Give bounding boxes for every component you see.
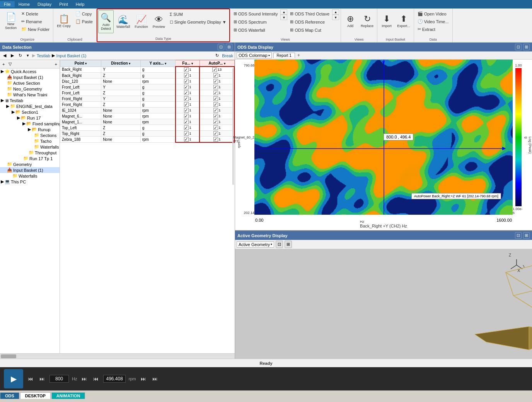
geo-float-icon[interactable]: ⊞: [523, 232, 530, 239]
col-header-autopower[interactable]: AutoP... ▾: [200, 60, 234, 67]
function-cell[interactable]: ✓ 1: [176, 137, 200, 143]
checkbox[interactable]: ✓: [213, 91, 218, 95]
geo-fit-button[interactable]: ⊡: [276, 241, 283, 248]
checkbox[interactable]: ✓: [184, 96, 189, 101]
checkbox[interactable]: ✓: [184, 114, 189, 118]
function-button[interactable]: 📈 Function: [133, 10, 150, 33]
tree-node-input-basket2[interactable]: 📥 Input Basket (1): [0, 167, 60, 173]
function-cell[interactable]: ✓ 1: [176, 119, 200, 125]
menu-file[interactable]: File: [0, 1, 15, 7]
autopower-cell[interactable]: ✓ 1: [200, 79, 234, 84]
sum-button[interactable]: Σ SUM: [168, 11, 228, 18]
rewind-button[interactable]: ⏮: [26, 374, 35, 383]
ods-reference-button[interactable]: ⊞ ODS Reference: [288, 18, 331, 26]
breadcrumb-testlab[interactable]: Testlab: [37, 53, 50, 58]
next-button[interactable]: ⏭: [80, 374, 89, 383]
waterfall-button[interactable]: 🌊 Waterfall: [114, 10, 132, 33]
function-cell[interactable]: ✓ 1: [176, 131, 200, 137]
scroll-up2-icon[interactable]: ▲: [332, 9, 339, 15]
function-cell[interactable]: ✓ 1: [176, 90, 200, 96]
ods-waterfall-button[interactable]: ⊞ ODS Waterfall: [232, 26, 280, 34]
ods-spectrum-button[interactable]: ⊞ ODS Spectrum: [232, 18, 280, 26]
tree-node-throughput[interactable]: 📁 Throughput: [0, 150, 60, 156]
replace-button[interactable]: ↻ Replace: [359, 9, 375, 33]
checkbox[interactable]: ✓: [184, 67, 189, 72]
tree-node-quick-access[interactable]: ▶ ⭐ Quick Access: [0, 68, 60, 74]
tree-filter-icon[interactable]: ▽: [7, 61, 13, 67]
checkbox[interactable]: ✓: [213, 131, 218, 136]
checkbox[interactable]: ✓: [184, 125, 189, 130]
autopower-cell[interactable]: ✓ 1: [200, 131, 234, 137]
tab-desktop[interactable]: DESKTOP: [20, 392, 51, 399]
open-video-button[interactable]: 🎬 Open Video: [416, 10, 451, 17]
breadcrumb-input-basket[interactable]: Input Basket (1): [56, 53, 87, 58]
active-geometry-dropdown[interactable]: Active Geometry ▾: [237, 241, 274, 248]
new-section-button[interactable]: 📄 New Section: [3, 9, 19, 33]
checkbox[interactable]: ✓: [184, 73, 189, 78]
autopower-cell[interactable]: ✓ 1: [200, 96, 234, 102]
autopower-cell[interactable]: ✓ 1: [200, 137, 234, 143]
checkbox[interactable]: ✓: [184, 120, 189, 124]
ods-split-icon[interactable]: ⊡: [515, 44, 522, 50]
function-cell[interactable]: ✓ 1: [176, 79, 200, 84]
panel-float-icon[interactable]: ⊞: [226, 44, 232, 50]
checkbox[interactable]: ✓: [213, 96, 218, 101]
function-cell[interactable]: ✓ 1: [176, 67, 200, 73]
play-button[interactable]: ▶: [4, 369, 23, 388]
ods-sound-intensity-button[interactable]: ⊞ ODS Sound Intensity: [232, 10, 280, 17]
autopower-cell[interactable]: ✓ 1: [200, 90, 234, 96]
autopower-cell[interactable]: ✓ 1: [200, 125, 234, 131]
paste-button[interactable]: 📋 Paste: [73, 18, 95, 25]
checkbox[interactable]: ✓: [184, 79, 189, 84]
copy-button[interactable]: 📄 Copy: [73, 10, 95, 17]
checkbox[interactable]: ✓: [213, 79, 218, 84]
geo-split-icon[interactable]: ⊡: [515, 232, 522, 239]
auto-detect-button[interactable]: 🔍 Auto Detect: [98, 10, 114, 33]
tree-node-tacho[interactable]: 📁 Tacho: [0, 138, 60, 144]
back-button[interactable]: ◀: [2, 52, 8, 59]
checkbox[interactable]: ✓: [213, 125, 218, 130]
tree-expand-icon[interactable]: +: [53, 61, 59, 67]
checkbox[interactable]: ✓: [213, 120, 218, 124]
autopower-cell[interactable]: ✓ 1: [200, 119, 234, 125]
import-button[interactable]: ⬇ Import: [379, 9, 394, 33]
function-cell[interactable]: ✓ 1: [176, 84, 200, 90]
checkbox[interactable]: ✓: [184, 85, 189, 89]
checkbox[interactable]: ✓: [213, 114, 218, 118]
tree-node-neo-geometry[interactable]: 📁 Neo_Geometry: [0, 86, 60, 92]
fast-forward2-button[interactable]: ⏭: [151, 374, 159, 383]
ee-copy-button[interactable]: 📋 EE Copy: [55, 9, 73, 33]
checkbox[interactable]: ✓: [184, 102, 189, 107]
forward-button[interactable]: ▶: [9, 52, 15, 59]
refresh2-button[interactable]: ↻: [214, 52, 220, 59]
tree-node-input-basket[interactable]: 📥 Input Basket (1): [0, 74, 60, 80]
function-cell[interactable]: ✓ 1: [176, 125, 200, 131]
export-button[interactable]: ⬆ Export...: [395, 9, 412, 33]
autopower-cell[interactable]: ✓ 1: [200, 113, 234, 119]
tree-add-icon[interactable]: +: [1, 61, 6, 67]
tree-node-fixed-sampling[interactable]: ▶ 📂 Fixed sampling: [0, 121, 60, 127]
scroll-up-icon[interactable]: ▲: [280, 9, 287, 15]
autopower-cell[interactable]: ✓ 1: [200, 84, 234, 90]
menu-help[interactable]: Help: [72, 1, 89, 7]
tree-node-testlab[interactable]: ▶ 🖥 Testlab: [0, 98, 60, 103]
checkbox[interactable]: ✓: [184, 108, 189, 113]
rename-button[interactable]: ✏ Rename: [19, 18, 51, 25]
checkbox[interactable]: ✓: [184, 137, 189, 142]
add-button[interactable]: ⊕ Add: [343, 9, 358, 33]
scroll-down2-icon[interactable]: ▼: [332, 15, 339, 20]
col-header-function[interactable]: Fu... ▾: [176, 60, 200, 67]
ods-float-icon[interactable]: ⊞: [523, 44, 530, 50]
tab-ods[interactable]: ODS: [0, 392, 19, 399]
extract-button[interactable]: ✂ Extract: [416, 26, 451, 33]
autopower-cell[interactable]: ✓ 1: [200, 108, 234, 113]
tree-node-run17[interactable]: ▶ 📂 Run 17: [0, 115, 60, 121]
horizontal-scrollbar[interactable]: [0, 353, 235, 359]
col-header-point[interactable]: Point ▾: [60, 60, 101, 67]
checkbox[interactable]: ✓: [184, 91, 189, 95]
breadcrumb-nav-icon[interactable]: ▾: [25, 52, 31, 59]
function-cell[interactable]: ✓ 1: [176, 113, 200, 119]
menu-print[interactable]: Print: [55, 1, 72, 7]
checkbox[interactable]: ✓: [184, 131, 189, 136]
preview-button[interactable]: 👁 Preview: [151, 10, 167, 33]
